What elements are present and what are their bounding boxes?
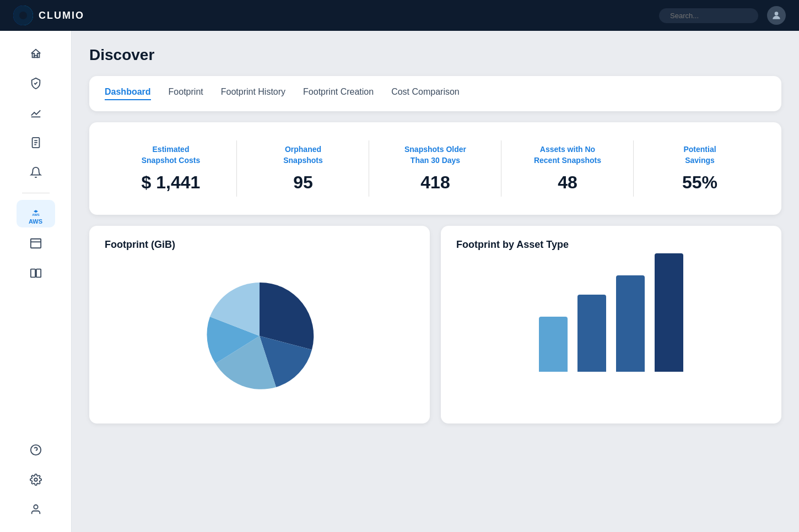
bar-rds-rect (616, 275, 645, 372)
sidebar-item-settings[interactable] (17, 466, 55, 493)
stat-no-recent-label: Assets with NoRecent Snapshots (534, 144, 601, 166)
bar-ebs-rect (577, 295, 606, 372)
stat-orphaned-value: 95 (293, 172, 313, 193)
stat-estimated-cost-value: $ 1,441 (142, 172, 201, 193)
stat-older-30-label: Snapshots OlderThan 30 Days (404, 144, 466, 166)
stat-no-recent-value: 48 (558, 172, 577, 193)
tab-footprint[interactable]: Footprint (169, 87, 203, 100)
bar-chart-container (456, 262, 766, 372)
user-avatar[interactable] (767, 6, 786, 25)
svg-point-19 (34, 505, 37, 509)
navbar-right (659, 6, 786, 25)
bar-rds (616, 275, 645, 372)
sidebar-item-aws-label: AWS (29, 218, 42, 225)
tab-cost-comparison[interactable]: Cost Comparison (391, 87, 460, 100)
svg-point-18 (34, 478, 37, 481)
tabs-container: Dashboard Footprint Footprint History Fo… (105, 87, 766, 100)
layout: AWS AWS (0, 31, 799, 532)
stat-older-30-value: 418 (420, 172, 450, 193)
stats-row: EstimatedSnapshot Costs $ 1,441 Orphaned… (105, 133, 766, 204)
stat-orphaned-label: OrphanedSnapshots (283, 144, 323, 166)
tab-dashboard[interactable]: Dashboard (105, 87, 151, 100)
footprint-chart-card: Footprint (GiB) (89, 226, 430, 424)
logo: CLUMIO (13, 6, 84, 25)
sidebar-divider (22, 193, 50, 193)
charts-row: Footprint (GiB) (89, 226, 781, 424)
tabs-card: Dashboard Footprint Footprint History Fo… (89, 76, 781, 111)
page-title: Discover (89, 46, 781, 64)
svg-text:AWS: AWS (32, 213, 40, 216)
sidebar-item-office[interactable] (17, 230, 55, 257)
sidebar-item-reports[interactable] (17, 129, 55, 156)
tab-footprint-history[interactable]: Footprint History (221, 87, 285, 100)
svg-rect-5 (34, 56, 37, 58)
stat-savings-value: 55% (682, 172, 717, 193)
bar-s3 (655, 253, 683, 372)
stat-estimated-cost: EstimatedSnapshot Costs $ 1,441 (105, 133, 237, 204)
svg-rect-14 (30, 269, 35, 278)
logo-icon (13, 6, 33, 25)
svg-point-2 (775, 12, 779, 15)
sidebar-item-security[interactable] (17, 69, 55, 97)
footprint-chart-title: Footprint (GiB) (105, 239, 414, 251)
sidebar-item-help[interactable] (17, 436, 55, 464)
bar-ec2 (539, 317, 568, 372)
stats-card: EstimatedSnapshot Costs $ 1,441 Orphaned… (89, 122, 781, 215)
navbar: CLUMIO (0, 0, 799, 31)
sidebar-item-aws[interactable]: AWS AWS (17, 200, 55, 227)
tab-footprint-creation[interactable]: Footprint Creation (303, 87, 374, 100)
sidebar-bottom (17, 436, 55, 523)
logo-text: CLUMIO (39, 10, 84, 21)
stat-orphaned: OrphanedSnapshots 95 (237, 133, 369, 204)
stat-no-recent: Assets with NoRecent Snapshots 48 (501, 133, 634, 204)
svg-rect-15 (36, 269, 40, 278)
sidebar: AWS AWS (0, 31, 72, 532)
stat-estimated-cost-label: EstimatedSnapshot Costs (142, 144, 201, 166)
pie-chart-container (105, 262, 414, 410)
svg-point-1 (19, 12, 27, 19)
search-input[interactable] (659, 8, 758, 23)
sidebar-item-profile[interactable] (17, 496, 55, 523)
svg-rect-12 (30, 239, 40, 248)
bar-s3-rect (655, 253, 683, 372)
main-content: Discover Dashboard Footprint Footprint H… (72, 31, 799, 532)
bar-ebs (577, 295, 606, 372)
sidebar-item-alerts[interactable] (17, 159, 55, 186)
bar-ec2-rect (539, 317, 568, 372)
stat-older-30: Snapshots OlderThan 30 Days 418 (369, 133, 501, 204)
sidebar-item-home[interactable] (17, 40, 55, 67)
sidebar-item-vm[interactable] (17, 259, 55, 287)
sidebar-item-analytics[interactable] (17, 99, 55, 127)
footprint-pie-chart (196, 273, 323, 399)
stat-savings: PotentialSavings 55% (634, 133, 766, 204)
stat-savings-label: PotentialSavings (683, 144, 716, 166)
asset-type-chart-card: Footprint by Asset Type (441, 226, 781, 424)
asset-type-chart-title: Footprint by Asset Type (456, 239, 766, 251)
